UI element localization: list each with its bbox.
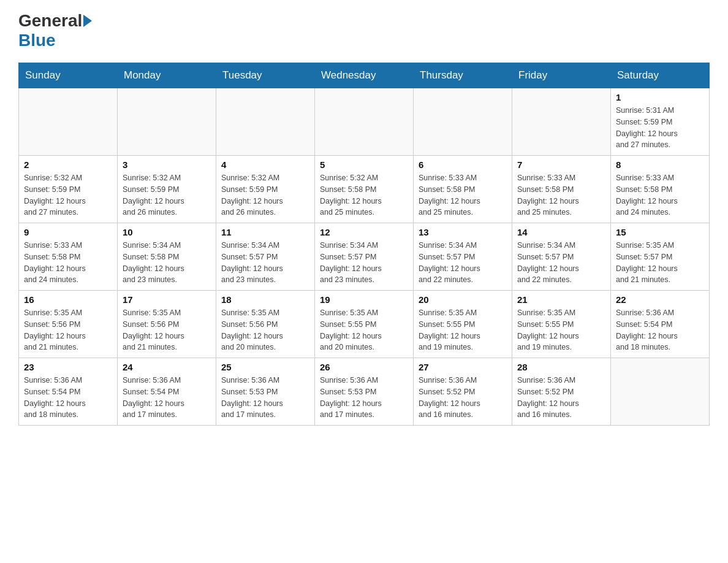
week-row-4: 16Sunrise: 5:35 AMSunset: 5:56 PMDayligh… — [19, 291, 710, 358]
day-info: Sunrise: 5:35 AMSunset: 5:55 PMDaylight:… — [419, 307, 507, 353]
day-number: 11 — [221, 227, 309, 237]
day-info: Sunrise: 5:33 AMSunset: 5:58 PMDaylight:… — [517, 172, 605, 218]
logo-blue-text: Blue — [18, 31, 56, 50]
col-header-friday: Friday — [512, 63, 611, 88]
day-cell: 14Sunrise: 5:34 AMSunset: 5:57 PMDayligh… — [512, 223, 611, 291]
day-info: Sunrise: 5:35 AMSunset: 5:56 PMDaylight:… — [221, 307, 309, 353]
logo-general-text: General — [18, 12, 82, 29]
day-number: 9 — [24, 227, 112, 237]
day-info: Sunrise: 5:36 AMSunset: 5:54 PMDaylight:… — [24, 375, 112, 421]
col-header-sunday: Sunday — [19, 63, 118, 88]
day-number: 1 — [616, 92, 704, 102]
day-cell: 28Sunrise: 5:36 AMSunset: 5:52 PMDayligh… — [512, 358, 611, 426]
calendar-header-row: SundayMondayTuesdayWednesdayThursdayFrid… — [19, 63, 710, 88]
day-info: Sunrise: 5:33 AMSunset: 5:58 PMDaylight:… — [24, 240, 112, 286]
day-number: 17 — [123, 294, 211, 305]
day-cell — [611, 358, 710, 426]
day-number: 21 — [517, 294, 605, 305]
day-cell: 19Sunrise: 5:35 AMSunset: 5:55 PMDayligh… — [315, 291, 414, 358]
day-cell: 16Sunrise: 5:35 AMSunset: 5:56 PMDayligh… — [19, 291, 118, 358]
day-info: Sunrise: 5:33 AMSunset: 5:58 PMDaylight:… — [419, 172, 507, 218]
day-info: Sunrise: 5:32 AMSunset: 5:58 PMDaylight:… — [320, 172, 408, 218]
day-number: 28 — [517, 362, 605, 372]
col-header-tuesday: Tuesday — [216, 63, 315, 88]
day-number: 25 — [221, 362, 309, 372]
page-header: General Blue — [18, 12, 710, 50]
day-number: 8 — [616, 159, 704, 170]
day-cell: 3Sunrise: 5:32 AMSunset: 5:59 PMDaylight… — [118, 156, 216, 223]
day-info: Sunrise: 5:33 AMSunset: 5:58 PMDaylight:… — [616, 172, 704, 218]
day-cell: 11Sunrise: 5:34 AMSunset: 5:57 PMDayligh… — [216, 223, 315, 291]
day-cell — [512, 88, 611, 156]
day-info: Sunrise: 5:36 AMSunset: 5:53 PMDaylight:… — [221, 375, 309, 421]
day-cell: 26Sunrise: 5:36 AMSunset: 5:53 PMDayligh… — [315, 358, 414, 426]
day-cell: 24Sunrise: 5:36 AMSunset: 5:54 PMDayligh… — [118, 358, 216, 426]
day-number: 19 — [320, 294, 408, 305]
day-number: 7 — [517, 159, 605, 170]
day-info: Sunrise: 5:36 AMSunset: 5:52 PMDaylight:… — [419, 375, 507, 421]
day-cell: 17Sunrise: 5:35 AMSunset: 5:56 PMDayligh… — [118, 291, 216, 358]
day-number: 27 — [419, 362, 507, 372]
day-info: Sunrise: 5:34 AMSunset: 5:57 PMDaylight:… — [419, 240, 507, 286]
day-info: Sunrise: 5:32 AMSunset: 5:59 PMDaylight:… — [123, 172, 211, 218]
day-number: 24 — [123, 362, 211, 372]
day-number: 4 — [221, 159, 309, 170]
day-cell: 9Sunrise: 5:33 AMSunset: 5:58 PMDaylight… — [19, 223, 118, 291]
col-header-thursday: Thursday — [414, 63, 512, 88]
day-number: 26 — [320, 362, 408, 372]
day-info: Sunrise: 5:36 AMSunset: 5:52 PMDaylight:… — [517, 375, 605, 421]
day-number: 20 — [419, 294, 507, 305]
day-number: 5 — [320, 159, 408, 170]
day-number: 6 — [419, 159, 507, 170]
day-number: 12 — [320, 227, 408, 237]
day-number: 14 — [517, 227, 605, 237]
day-cell: 25Sunrise: 5:36 AMSunset: 5:53 PMDayligh… — [216, 358, 315, 426]
day-number: 15 — [616, 227, 704, 237]
day-cell — [118, 88, 216, 156]
day-cell — [315, 88, 414, 156]
day-cell: 4Sunrise: 5:32 AMSunset: 5:59 PMDaylight… — [216, 156, 315, 223]
week-row-1: 1Sunrise: 5:31 AMSunset: 5:59 PMDaylight… — [19, 88, 710, 156]
day-info: Sunrise: 5:35 AMSunset: 5:57 PMDaylight:… — [616, 240, 704, 286]
day-cell: 6Sunrise: 5:33 AMSunset: 5:58 PMDaylight… — [414, 156, 512, 223]
day-cell — [216, 88, 315, 156]
day-cell: 18Sunrise: 5:35 AMSunset: 5:56 PMDayligh… — [216, 291, 315, 358]
day-info: Sunrise: 5:31 AMSunset: 5:59 PMDaylight:… — [616, 105, 704, 151]
day-cell — [414, 88, 512, 156]
day-cell: 12Sunrise: 5:34 AMSunset: 5:57 PMDayligh… — [315, 223, 414, 291]
week-row-3: 9Sunrise: 5:33 AMSunset: 5:58 PMDaylight… — [19, 223, 710, 291]
day-info: Sunrise: 5:35 AMSunset: 5:56 PMDaylight:… — [24, 307, 112, 353]
day-info: Sunrise: 5:36 AMSunset: 5:54 PMDaylight:… — [123, 375, 211, 421]
week-row-5: 23Sunrise: 5:36 AMSunset: 5:54 PMDayligh… — [19, 358, 710, 426]
day-info: Sunrise: 5:34 AMSunset: 5:58 PMDaylight:… — [123, 240, 211, 286]
day-info: Sunrise: 5:34 AMSunset: 5:57 PMDaylight:… — [221, 240, 309, 286]
day-info: Sunrise: 5:36 AMSunset: 5:53 PMDaylight:… — [320, 375, 408, 421]
day-cell: 23Sunrise: 5:36 AMSunset: 5:54 PMDayligh… — [19, 358, 118, 426]
col-header-monday: Monday — [118, 63, 216, 88]
day-info: Sunrise: 5:32 AMSunset: 5:59 PMDaylight:… — [24, 172, 112, 218]
day-cell: 10Sunrise: 5:34 AMSunset: 5:58 PMDayligh… — [118, 223, 216, 291]
calendar-table: SundayMondayTuesdayWednesdayThursdayFrid… — [18, 63, 710, 426]
day-info: Sunrise: 5:34 AMSunset: 5:57 PMDaylight:… — [320, 240, 408, 286]
day-number: 13 — [419, 227, 507, 237]
day-info: Sunrise: 5:36 AMSunset: 5:54 PMDaylight:… — [616, 307, 704, 353]
col-header-wednesday: Wednesday — [315, 63, 414, 88]
day-number: 10 — [123, 227, 211, 237]
day-info: Sunrise: 5:35 AMSunset: 5:56 PMDaylight:… — [123, 307, 211, 353]
day-cell: 7Sunrise: 5:33 AMSunset: 5:58 PMDaylight… — [512, 156, 611, 223]
day-number: 18 — [221, 294, 309, 305]
day-info: Sunrise: 5:35 AMSunset: 5:55 PMDaylight:… — [320, 307, 408, 353]
day-number: 22 — [616, 294, 704, 305]
day-cell: 1Sunrise: 5:31 AMSunset: 5:59 PMDaylight… — [611, 88, 710, 156]
day-cell: 22Sunrise: 5:36 AMSunset: 5:54 PMDayligh… — [611, 291, 710, 358]
day-cell: 21Sunrise: 5:35 AMSunset: 5:55 PMDayligh… — [512, 291, 611, 358]
day-info: Sunrise: 5:34 AMSunset: 5:57 PMDaylight:… — [517, 240, 605, 286]
day-cell: 15Sunrise: 5:35 AMSunset: 5:57 PMDayligh… — [611, 223, 710, 291]
day-cell: 13Sunrise: 5:34 AMSunset: 5:57 PMDayligh… — [414, 223, 512, 291]
day-cell: 27Sunrise: 5:36 AMSunset: 5:52 PMDayligh… — [414, 358, 512, 426]
day-number: 2 — [24, 159, 112, 170]
logo-arrow-icon — [83, 15, 92, 27]
day-number: 3 — [123, 159, 211, 170]
day-cell: 20Sunrise: 5:35 AMSunset: 5:55 PMDayligh… — [414, 291, 512, 358]
day-cell: 8Sunrise: 5:33 AMSunset: 5:58 PMDaylight… — [611, 156, 710, 223]
